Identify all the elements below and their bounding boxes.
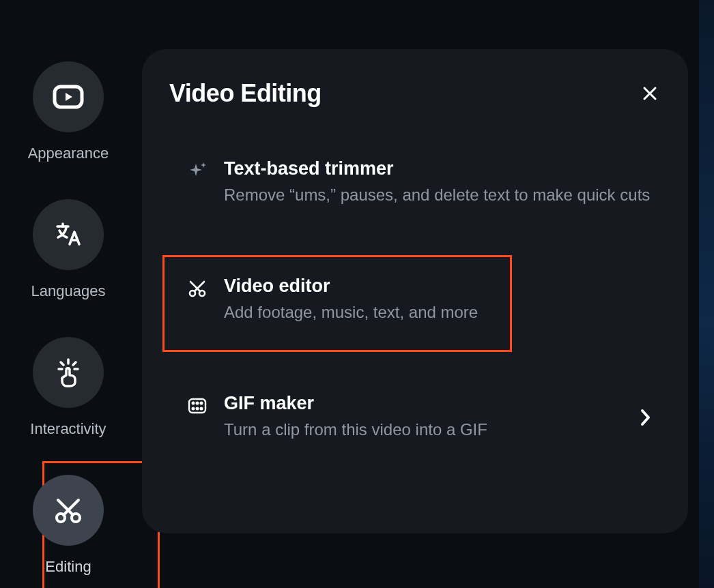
sparkle-icon bbox=[186, 160, 209, 183]
sidebar-item-label: Editing bbox=[45, 558, 91, 576]
svg-point-9 bbox=[192, 408, 195, 410]
option-title: Text-based trimmer bbox=[224, 158, 655, 179]
option-body: Text-based trimmer Remove “ums,” pauses,… bbox=[224, 158, 655, 207]
sidebar-item-icon-circle bbox=[33, 61, 104, 132]
svg-point-7 bbox=[197, 402, 199, 405]
sidebar-item-wrap: Editing bbox=[33, 475, 104, 576]
sidebar-item-label: Appearance bbox=[28, 145, 109, 162]
svg-point-11 bbox=[201, 408, 203, 410]
sidebar: Appearance Languages bbox=[0, 0, 137, 588]
sidebar-item-icon-circle bbox=[33, 475, 104, 546]
svg-point-10 bbox=[197, 408, 199, 410]
play-rect-icon bbox=[53, 85, 84, 109]
panel-header: Video Editing bbox=[169, 79, 661, 108]
background-strip bbox=[699, 0, 714, 588]
sidebar-item-label: Interactivity bbox=[30, 420, 106, 438]
option-desc: Add footage, music, text, and more bbox=[224, 301, 655, 324]
option-body: Video editor Add footage, music, text, a… bbox=[224, 276, 655, 324]
option-video-editor[interactable]: Video editor Add footage, music, text, a… bbox=[169, 266, 661, 334]
sidebar-item-languages[interactable]: Languages bbox=[31, 199, 106, 300]
option-gif-maker[interactable]: GIF maker Turn a clip from this video in… bbox=[169, 383, 661, 452]
scissors-icon bbox=[53, 495, 84, 526]
option-desc: Turn a clip from this video into a GIF bbox=[224, 418, 624, 441]
close-button[interactable] bbox=[639, 83, 661, 104]
option-title: GIF maker bbox=[224, 393, 624, 414]
sidebar-item-label: Languages bbox=[31, 282, 106, 300]
sidebar-item-editing[interactable]: Editing bbox=[33, 475, 104, 576]
film-icon bbox=[186, 394, 209, 417]
svg-point-6 bbox=[192, 402, 195, 405]
scissors-icon bbox=[186, 277, 209, 300]
svg-rect-5 bbox=[189, 399, 205, 413]
option-text-based-trimmer[interactable]: Text-based trimmer Remove “ums,” pauses,… bbox=[169, 149, 661, 217]
app-root: Appearance Languages bbox=[0, 0, 714, 588]
sidebar-item-appearance[interactable]: Appearance bbox=[28, 61, 109, 162]
tap-icon bbox=[53, 356, 83, 389]
svg-point-8 bbox=[201, 402, 203, 405]
sidebar-item-interactivity[interactable]: Interactivity bbox=[30, 337, 106, 438]
sidebar-item-icon-circle bbox=[33, 199, 104, 270]
panel-title: Video Editing bbox=[169, 79, 322, 108]
video-editing-panel: Video Editing Text-based trimmer bbox=[142, 49, 688, 533]
option-desc: Remove “ums,” pauses, and delete text to… bbox=[224, 183, 655, 207]
sidebar-item-icon-circle bbox=[33, 337, 104, 408]
option-title: Video editor bbox=[224, 276, 655, 297]
close-icon bbox=[642, 85, 658, 102]
chevron-right-icon bbox=[639, 408, 651, 427]
translate-icon bbox=[53, 220, 83, 250]
option-body: GIF maker Turn a clip from this video in… bbox=[224, 393, 624, 441]
